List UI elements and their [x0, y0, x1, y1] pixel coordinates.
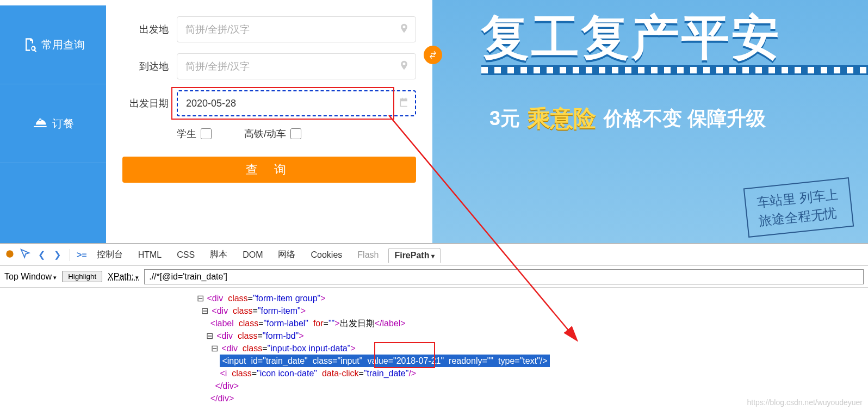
- film-strip: [481, 65, 868, 75]
- tab-dom[interactable]: DOM: [237, 248, 268, 262]
- highlight-button[interactable]: Highlight: [62, 271, 102, 282]
- sidebar-label: 订餐: [52, 116, 74, 131]
- clipboard-search-icon: [22, 37, 37, 52]
- source-line-highlighted[interactable]: <input id="train_date" class="input" val…: [196, 355, 868, 367]
- back-icon[interactable]: ❮: [36, 250, 47, 260]
- from-input[interactable]: [177, 16, 416, 42]
- source-line[interactable]: ⊟ <div class="form-item">: [196, 305, 868, 317]
- gaotie-check[interactable]: 高铁/动车: [244, 127, 301, 140]
- banner-price: 3元: [489, 105, 520, 132]
- date-input[interactable]: [177, 90, 416, 116]
- tab-console[interactable]: 控制台: [91, 247, 128, 263]
- devtools-panel: ❮ ❯ >≡ 控制台 HTML CSS 脚本 DOM 网络 Cookies Fl…: [0, 243, 868, 410]
- xpath-input[interactable]: [144, 269, 864, 284]
- to-input[interactable]: [177, 53, 416, 79]
- swap-icon: [428, 50, 438, 60]
- tab-cookies[interactable]: Cookies: [305, 248, 348, 262]
- source-line[interactable]: ⊟ <div class="form-bd">: [196, 330, 868, 342]
- query-button[interactable]: 查 询: [122, 157, 416, 183]
- date-row: 出发日期: [122, 90, 416, 116]
- source-line[interactable]: <label class="form-label" for="">出发日期</l…: [196, 317, 868, 330]
- sidebar-item-meal[interactable]: 订餐: [0, 84, 106, 163]
- gaotie-checkbox[interactable]: [290, 128, 301, 139]
- xpath-label[interactable]: XPath:: [108, 272, 139, 282]
- source-line[interactable]: ⊟ <div class="input-box input-data">: [196, 342, 868, 355]
- meal-icon: [33, 116, 48, 131]
- banner: 复工复产平安 3元 乘意险 价格不变 保障升级 车站里 列车上 旅途全程无忧: [438, 0, 868, 243]
- location-icon: [399, 60, 410, 73]
- checkbox-row: 学生 高铁/动车: [177, 127, 416, 140]
- watermark: https://blog.csdn.net/wuyoudeyuer: [747, 398, 863, 407]
- student-checkbox[interactable]: [201, 128, 212, 139]
- topwindow-dropdown[interactable]: Top Window: [4, 272, 57, 282]
- student-check[interactable]: 学生: [177, 127, 212, 140]
- location-icon: [399, 23, 410, 36]
- devtools-tabs: ❮ ❯ >≡ 控制台 HTML CSS 脚本 DOM 网络 Cookies Fl…: [0, 244, 868, 266]
- to-label: 到达地: [122, 60, 169, 73]
- top-area: 常用查询 订餐 出发地 到达地 出: [0, 0, 868, 243]
- tab-script[interactable]: 脚本: [204, 247, 233, 263]
- banner-card: 车站里 列车上 旅途全程无忧: [743, 177, 854, 238]
- to-row: 到达地: [122, 53, 416, 79]
- tab-net[interactable]: 网络: [272, 247, 301, 263]
- sidebar-item-query[interactable]: 常用查询: [0, 5, 106, 84]
- from-label: 出发地: [122, 23, 169, 36]
- source-tree[interactable]: ⊟ <div class="form-item group"> ⊟ <div c…: [0, 288, 868, 410]
- inspect-icon[interactable]: [20, 248, 32, 262]
- firebug-icon[interactable]: [4, 249, 15, 262]
- source-line[interactable]: ⊟ <div class="form-item group">: [196, 292, 868, 305]
- devtools-toolbar: Top Window Highlight XPath:: [0, 266, 868, 288]
- banner-name: 乘意险: [528, 103, 596, 134]
- banner-rest: 价格不变 保障升级: [604, 105, 766, 132]
- sidebar: 常用查询 订餐: [0, 0, 106, 243]
- svg-point-1: [6, 250, 13, 257]
- console-prompt-icon[interactable]: >≡: [77, 250, 87, 260]
- calendar-icon: [399, 97, 410, 110]
- banner-title: 复工复产平安: [481, 5, 782, 70]
- source-line[interactable]: <i class="icon icon-date" data-click="tr…: [196, 367, 868, 380]
- tab-css[interactable]: CSS: [171, 248, 200, 262]
- tab-firepath[interactable]: FirePath: [388, 248, 440, 263]
- sidebar-item-top[interactable]: [0, 0, 106, 5]
- search-form: 出发地 到达地 出发日期 学生 高铁/动车: [106, 0, 432, 243]
- from-row: 出发地: [122, 16, 416, 42]
- banner-subtitle: 3元 乘意险 价格不变 保障升级: [489, 103, 766, 134]
- forward-icon[interactable]: ❯: [52, 250, 63, 260]
- source-line[interactable]: </div>: [196, 380, 868, 392]
- date-label: 出发日期: [122, 97, 169, 110]
- tab-html[interactable]: HTML: [133, 248, 168, 262]
- tab-flash[interactable]: Flash: [352, 248, 384, 262]
- sidebar-label: 常用查询: [41, 38, 85, 52]
